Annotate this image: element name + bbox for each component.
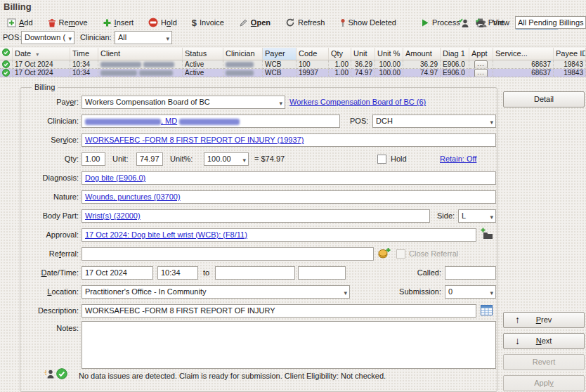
insert-button[interactable]: Insert [99, 16, 138, 30]
pos-filter-label: POS: [3, 31, 21, 44]
verified-client-icon[interactable] [458, 18, 469, 28]
description-field[interactable]: WORKSAFEBC -FORM 8 FIRST REPORT OF INJUR… [82, 304, 476, 318]
col-unit-pct[interactable]: Unit % [375, 48, 403, 60]
diagnosis-field[interactable]: Dog bite (E906.0) [82, 171, 496, 185]
close-referral-checkbox[interactable] [396, 249, 405, 259]
clinician-name-redacted [85, 119, 161, 125]
col-payee-id[interactable]: Payee ID [554, 48, 586, 60]
service-cell: 68637 [493, 69, 554, 77]
col-payer[interactable]: Payer [263, 48, 297, 60]
called-field[interactable] [445, 266, 496, 280]
pos-select[interactable]: DCH▾ [372, 115, 496, 128]
unit-field[interactable]: 74.97 [136, 152, 163, 166]
remove-button[interactable]: Remove [44, 16, 91, 30]
process-button[interactable]: Process [417, 16, 464, 30]
notes-label: Notes: [20, 322, 79, 335]
detail-button[interactable]: Detail [503, 91, 585, 107]
col-status[interactable]: Status [183, 48, 223, 60]
verified-clients-icon[interactable] [475, 18, 487, 28]
table-row[interactable]: 17 Oct 2024 10:34 Active WCB 100 1.00 36… [0, 60, 586, 69]
unit-cell: 36.29 [351, 60, 375, 69]
col-appt[interactable]: Appt [469, 48, 493, 60]
col-time[interactable]: Time [70, 48, 98, 60]
line-total: = $74.97 [254, 152, 285, 166]
end-date-field[interactable] [215, 266, 295, 280]
location-select[interactable]: Practitioner's Office - In Community▾ [82, 285, 350, 299]
refresh-button[interactable]: Refresh [282, 15, 329, 30]
unit-pct-select[interactable]: 100.00▾ [204, 152, 249, 166]
open-label: Open [251, 18, 271, 27]
next-label: Next [536, 337, 552, 345]
body-part-label: Body Part: [20, 209, 79, 223]
check-circle-icon [2, 69, 10, 77]
table-header: Date▾ Time Client Status Clinician Payer… [0, 48, 586, 60]
end-time-field[interactable] [298, 266, 346, 280]
show-deleted-button[interactable]: Show Deleted [337, 16, 401, 30]
side-select[interactable]: L▾ [458, 209, 496, 223]
next-button[interactable]: ↓ Next [503, 333, 585, 349]
check-circle-icon [2, 60, 10, 68]
add-approval-folder-icon[interactable] [480, 227, 493, 240]
col-diag1[interactable]: Diag 1 [441, 48, 469, 60]
col-clinician[interactable]: Clinician [223, 48, 263, 60]
notes-textarea[interactable] [82, 321, 496, 369]
nature-field[interactable]: Wounds, punctures (03700) [82, 190, 496, 204]
col-qty[interactable]: Qty [329, 48, 351, 60]
apply-button[interactable]: Apply [503, 375, 585, 391]
col-date[interactable]: Date▾ [13, 48, 70, 60]
col-unit[interactable]: Unit [351, 48, 375, 60]
pos-filter-select[interactable]: Downtown (▾ [21, 31, 74, 44]
submission-select[interactable]: 0▾ [445, 285, 496, 299]
referral-field[interactable] [82, 247, 374, 261]
clinician-field[interactable]: , MD [82, 115, 340, 128]
qty-field[interactable]: 1.00 [82, 152, 105, 166]
time-cell: 10:34 [70, 69, 98, 77]
approval-field[interactable]: 17 Oct 2024: Dog bite Left wrist (WCB): … [82, 228, 476, 242]
clinician-name-redacted [179, 119, 240, 125]
unit-label: Unit: [112, 152, 129, 166]
pencil-icon [239, 18, 248, 27]
hold-checkbox[interactable] [377, 155, 386, 164]
revert-button[interactable]: Revert [503, 354, 585, 370]
chevron-down-icon: ▾ [242, 155, 246, 166]
clinician-filter-select[interactable]: All▾ [115, 31, 172, 44]
qty-cell: 1.00 [329, 69, 351, 77]
prev-label: Prev [536, 315, 552, 324]
prev-button[interactable]: ↑ Prev [503, 312, 585, 328]
col-amount[interactable]: Amount [403, 48, 441, 60]
chevron-down-icon: ▾ [166, 33, 169, 44]
payer-link[interactable]: Workers Compensation Board of BC (6) [289, 96, 426, 109]
col-status-icon[interactable] [0, 48, 13, 60]
table-row-selected[interactable]: 17 Oct 2024 10:34 Active WCB 19937 1.00 … [0, 69, 586, 77]
qty-cell: 1.00 [329, 60, 351, 69]
retain-link[interactable]: Retain: Off [440, 152, 476, 166]
appt-ellipsis-button[interactable]: ... [474, 69, 488, 77]
billing-group-label: Billing [32, 83, 58, 91]
insert-label: Insert [115, 18, 134, 27]
col-client[interactable]: Client [98, 48, 183, 60]
service-field[interactable]: WORKSAFEBC -FORM 8 FIRST REPORT OF INJUR… [82, 133, 496, 147]
refresh-icon [285, 18, 295, 27]
description-template-icon[interactable] [481, 305, 493, 315]
chevron-down-icon: ▾ [490, 287, 493, 299]
col-code[interactable]: Code [297, 48, 329, 60]
stop-icon [148, 18, 158, 27]
open-button[interactable]: Open [235, 16, 274, 30]
process-label: Process [432, 18, 460, 27]
view-select[interactable]: All Pending Billings [515, 16, 586, 29]
body-part-field[interactable]: Wrist(s) (32000) [82, 209, 430, 223]
time-field[interactable]: 10:34 [157, 266, 198, 280]
col-service[interactable]: Service... [493, 48, 554, 60]
chevron-down-icon: ▾ [68, 33, 72, 44]
payer-select[interactable]: Workers Compensation Board of BC▾ [82, 96, 285, 109]
clinician-cell [223, 60, 263, 69]
date-field[interactable]: 17 Oct 2024 [82, 266, 153, 280]
referral-label: Referral: [20, 247, 79, 261]
hold-button[interactable]: Hold [145, 15, 181, 30]
appt-ellipsis-button[interactable]: ... [474, 60, 488, 69]
add-referral-money-icon[interactable] [378, 247, 391, 259]
invoice-button[interactable]: $ Invoice [188, 15, 228, 30]
date-cell: 17 Oct 2024 [13, 69, 70, 77]
description-label: Description: [20, 304, 79, 318]
add-button[interactable]: Add [4, 16, 37, 30]
